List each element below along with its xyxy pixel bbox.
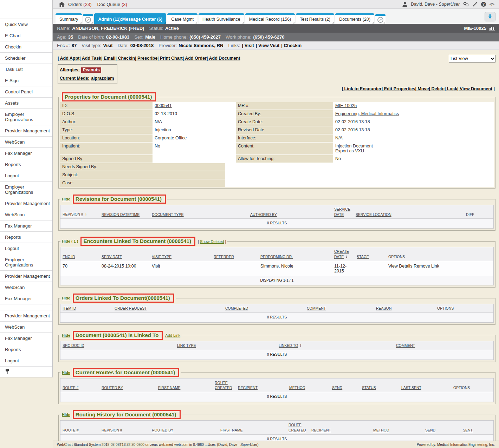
document-action-link[interactable]: Delete bbox=[429, 86, 445, 91]
chart-icon[interactable] bbox=[489, 26, 495, 31]
action-link[interactable]: Add Appt bbox=[58, 56, 79, 61]
hide-linked-to-link[interactable]: Hide bbox=[62, 333, 70, 337]
col-visit-type[interactable]: VISIT TYPE bbox=[152, 254, 214, 259]
view-details-link[interactable]: View Details bbox=[388, 264, 413, 269]
hide-history-link[interactable]: Hide bbox=[62, 413, 70, 417]
col-route-created[interactable]: ROUTE CREATED bbox=[215, 380, 238, 390]
col-service-location[interactable]: SERVICE LOCATION bbox=[356, 212, 466, 217]
created-by-link[interactable]: Engineering, Medical Informatics bbox=[335, 111, 399, 116]
action-link[interactable]: Checkin bbox=[116, 56, 135, 61]
export-vxu-link[interactable]: Export as VXU bbox=[335, 149, 364, 153]
col-referrer[interactable]: REFERRER bbox=[214, 254, 260, 259]
tab-admin-message-center[interactable]: Admin (11):Message Center (6) bbox=[94, 13, 166, 24]
col-completed[interactable]: COMPLETED bbox=[225, 306, 307, 311]
link-checkin[interactable]: Checkin bbox=[281, 43, 302, 48]
action-link[interactable]: Print Chart bbox=[157, 56, 183, 61]
sidebar-item[interactable]: Logout bbox=[0, 170, 52, 182]
sidebar-item[interactable]: Assets bbox=[0, 98, 52, 109]
col-send[interactable]: SEND bbox=[332, 385, 362, 390]
sidebar-item[interactable]: Reports bbox=[0, 344, 52, 355]
sidebar-item[interactable]: WebScan bbox=[0, 282, 52, 293]
orders-link[interactable]: Orders (23) bbox=[68, 2, 91, 7]
col-item-id[interactable]: ITEM ID bbox=[63, 306, 115, 311]
home-icon[interactable] bbox=[59, 2, 65, 7]
sidebar-item[interactable]: Logout bbox=[0, 355, 52, 367]
sidebar-item[interactable]: WebScan bbox=[0, 137, 52, 148]
action-link[interactable]: Email bbox=[101, 56, 115, 61]
action-link[interactable]: Add Order bbox=[183, 56, 207, 61]
sidebar-item[interactable]: Logout bbox=[0, 243, 52, 254]
sidebar-item[interactable]: Provider Management bbox=[0, 310, 52, 322]
doc-id-link[interactable]: 0000541 bbox=[155, 103, 172, 108]
col-route-created[interactable]: ROUTE CREATED bbox=[289, 422, 311, 433]
hide-orders-link[interactable]: Hide bbox=[62, 296, 70, 300]
action-link[interactable]: Add Task bbox=[79, 56, 101, 61]
sidebar-item[interactable]: Provider Management bbox=[0, 198, 52, 209]
document-action-link[interactable]: Link to Encounter bbox=[342, 86, 381, 91]
action-link[interactable]: Add Document bbox=[207, 56, 240, 61]
sidebar-item[interactable]: Reports bbox=[0, 232, 52, 243]
link-view-visit[interactable]: View Visit bbox=[256, 43, 279, 48]
tab-test-results[interactable]: Test Results (2) bbox=[296, 13, 334, 24]
col-performing-dr[interactable]: PERFORMING DR. bbox=[260, 254, 334, 259]
document-action-link[interactable]: Move bbox=[415, 86, 429, 91]
document-action-link[interactable]: Edit Properties bbox=[382, 86, 415, 91]
injection-document-link[interactable]: Injection Document bbox=[335, 144, 373, 149]
user-menu[interactable]: David, Dave - SuperUser bbox=[411, 2, 460, 7]
sidebar-pin-button[interactable] bbox=[0, 367, 52, 377]
add-link-link[interactable]: Add Link bbox=[165, 333, 180, 337]
col-route-number[interactable]: ROUTE # bbox=[63, 385, 102, 390]
sidebar-item[interactable] bbox=[0, 304, 52, 310]
mrn-link[interactable]: MIE-10025 bbox=[335, 103, 357, 108]
link-icon[interactable] bbox=[463, 2, 469, 7]
sidebar-item[interactable]: Fax Manager bbox=[0, 220, 52, 232]
sidebar-item[interactable]: Reports bbox=[0, 159, 52, 170]
collapse-header-button[interactable] bbox=[485, 12, 495, 21]
document-action-link[interactable]: Lock bbox=[445, 86, 457, 91]
hide-encounters-link[interactable]: Hide ( 1 ) bbox=[62, 239, 78, 243]
sidebar-item[interactable]: E-Sign bbox=[0, 75, 52, 86]
col-authored-by[interactable]: AUTHORED BY bbox=[250, 212, 334, 217]
sidebar-item[interactable]: Scheduler bbox=[0, 53, 52, 64]
col-first-name[interactable]: FIRST NAME bbox=[158, 385, 215, 390]
summary-popout-button[interactable]: ↗ bbox=[83, 14, 93, 24]
sidebar-item[interactable]: Checkin bbox=[0, 41, 52, 53]
tab-case-mgmt[interactable]: Case Mgmt bbox=[167, 13, 197, 24]
show-deleted-link[interactable]: Show Deleted bbox=[200, 239, 224, 244]
col-linked-to[interactable]: LINKED TO↾ bbox=[279, 343, 396, 348]
view-select[interactable]: List View bbox=[449, 55, 495, 62]
hide-revisions-link[interactable]: Hide bbox=[62, 197, 70, 201]
documents-popout-button[interactable]: ↗ bbox=[375, 14, 385, 24]
col-document-type[interactable]: DOCUMENT TYPE bbox=[152, 212, 250, 217]
col-first-name[interactable]: FIRST NAME bbox=[220, 428, 289, 433]
tab-health-surveillance[interactable]: Health Surveillance bbox=[199, 13, 244, 24]
sidebar-item[interactable]: Employer Organizations bbox=[0, 109, 52, 125]
document-action-link[interactable]: View Document bbox=[457, 86, 492, 91]
allergies-label-link[interactable]: Allergies: bbox=[60, 67, 80, 72]
col-comment[interactable]: COMMENT bbox=[396, 343, 493, 348]
col-reason[interactable]: REASON bbox=[376, 306, 437, 311]
current-med-value-link[interactable]: alprazolam bbox=[91, 76, 114, 81]
sidebar-item[interactable]: Fax Manager bbox=[0, 333, 52, 344]
col-sent[interactable]: SENT bbox=[463, 428, 493, 433]
col-routed-by[interactable]: ROUTED BY bbox=[152, 428, 220, 433]
col-enc-id[interactable]: ENC ID bbox=[63, 254, 102, 259]
col-route-number[interactable]: ROUTE # bbox=[63, 428, 102, 433]
sidebar-item[interactable]: Provider Management bbox=[0, 271, 52, 282]
wand-icon[interactable] bbox=[472, 2, 478, 7]
doc-queue-link[interactable]: Doc Queue (3) bbox=[97, 2, 127, 7]
col-revision-datetime[interactable]: REVISION DATE/TIME bbox=[102, 212, 152, 217]
code-icon[interactable]: </> bbox=[490, 2, 494, 6]
col-create-date[interactable]: CREATE DATE⇂ bbox=[334, 249, 357, 259]
link-visit[interactable]: Visit bbox=[242, 43, 254, 48]
col-method[interactable]: METHOD bbox=[373, 428, 425, 433]
col-stage[interactable]: STAGE bbox=[357, 254, 388, 259]
sidebar-item[interactable]: Employer Organizations bbox=[0, 182, 52, 198]
col-last-sent[interactable]: LAST SENT bbox=[401, 385, 453, 390]
sidebar-item[interactable]: Task List bbox=[0, 64, 52, 75]
tab-medical-record[interactable]: Medical Record (156) bbox=[245, 13, 295, 24]
col-revision-number[interactable]: REVISION # bbox=[102, 428, 152, 433]
col-serv-date[interactable]: SERV DATE bbox=[102, 254, 152, 259]
tab-documents[interactable]: Documents (20) bbox=[335, 13, 374, 24]
remove-link-link[interactable]: Remove Link bbox=[414, 264, 439, 269]
